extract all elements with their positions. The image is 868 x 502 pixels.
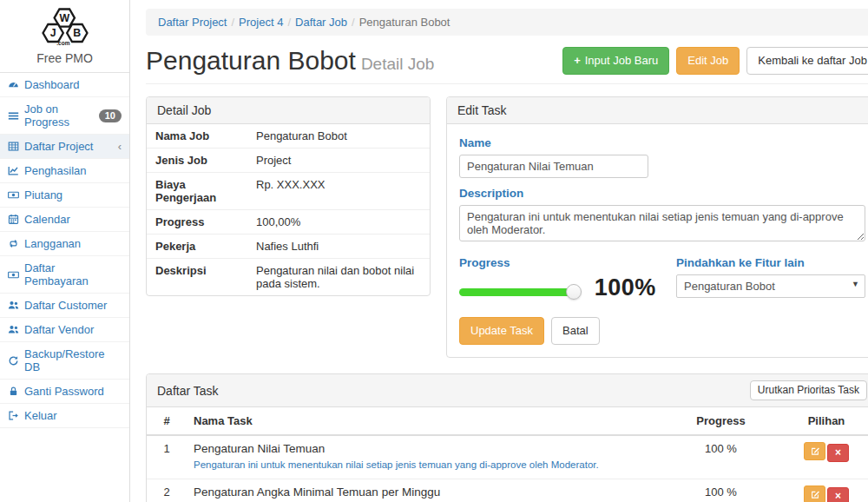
- page-title-text: Pengaturan Bobot: [146, 46, 356, 75]
- plus-icon: +: [574, 53, 581, 69]
- header-buttons: +Input Job Baru Edit Job Kembali ke daft…: [562, 47, 868, 75]
- sidebar-item-penghasilan[interactable]: Penghasilan: [0, 159, 129, 183]
- sidebar-item-job-on-progress[interactable]: Job on Progress 10: [0, 97, 129, 135]
- detail-row: Progress100,00%: [147, 210, 430, 234]
- sidebar-item-label: Daftar Customer: [24, 299, 107, 312]
- delete-task-row-button[interactable]: ×: [827, 487, 849, 502]
- content-row: Detail Job Nama JobPengaturan Bobot Jeni…: [146, 96, 868, 358]
- input-job-baru-button[interactable]: +Input Job Baru: [562, 47, 669, 75]
- pencil-square-icon: [810, 446, 820, 456]
- description-label: Description: [459, 187, 865, 200]
- users-icon: [8, 300, 19, 311]
- detail-job-panel-heading: Detail Job: [147, 97, 430, 124]
- sidebar-item-label: Dashboard: [24, 78, 80, 91]
- description-group: Description Pengaturan ini untuk menentu…: [459, 187, 865, 244]
- kembali-ke-daftar-job-button[interactable]: Kembali ke daftar Job: [746, 47, 868, 75]
- task-progress: 100 %: [667, 435, 775, 479]
- breadcrumb: Daftar Project/Project 4/Daftar Job/Peng…: [146, 9, 868, 36]
- users-icon: [8, 324, 19, 335]
- breadcrumb-current: Pengaturan Bobot: [359, 16, 450, 29]
- table-row: 2 Pengaturan Angka Minimal Temuan per Mi…: [147, 479, 868, 502]
- money-icon: [8, 189, 19, 201]
- urutkan-prioritas-task-button-top[interactable]: Urutkan Prioritas Task: [750, 380, 867, 400]
- sidebar-item-ganti-password[interactable]: Ganti Password: [0, 380, 129, 404]
- svg-text:J: J: [49, 27, 56, 39]
- name-label: Name: [459, 136, 865, 149]
- batal-button[interactable]: Batal: [551, 317, 600, 345]
- task-table: # Nama Task Progress Pilihan 1 Pengatura…: [147, 407, 868, 502]
- progress-slider-handle[interactable]: [566, 284, 582, 300]
- dashboard-icon: [8, 79, 19, 90]
- column-header-num: #: [147, 407, 187, 435]
- sidebar-item-daftar-vendor[interactable]: Daftar Vendor: [0, 318, 129, 342]
- sidebar-item-label: Penghasilan: [24, 164, 87, 177]
- edit-task-row-button[interactable]: [804, 442, 825, 460]
- sign-out-icon: [8, 410, 19, 421]
- detail-job-title: Detail Job: [157, 103, 211, 117]
- table-row: 1 Pengaturan Nilai Temuan Pengaturan ini…: [147, 435, 868, 479]
- detail-row: PekerjaNafies Luthfi: [147, 234, 430, 259]
- pindahkan-label: Pindahkan ke Fitur lain: [676, 256, 865, 269]
- breadcrumb-project-4[interactable]: Project 4: [239, 16, 283, 29]
- daftar-task-panel-heading: Daftar Task Urutkan Prioritas Task: [147, 374, 868, 407]
- task-name-cell: Pengaturan Angka Minimal Temuan per Ming…: [187, 479, 667, 502]
- app-root: W J B .com Free PMO Dashboard Job on Pro…: [0, 0, 868, 502]
- detail-label: Progress: [147, 210, 249, 234]
- sidebar-item-label: Daftar Vendor: [24, 323, 94, 336]
- detail-label: Jenis Job: [147, 149, 249, 172]
- delete-x-icon: ×: [835, 490, 841, 502]
- detail-job-table: Nama JobPengaturan Bobot Jenis JobProjec…: [147, 124, 430, 295]
- sidebar-item-keluar[interactable]: Keluar: [0, 404, 129, 428]
- breadcrumb-daftar-project[interactable]: Daftar Project: [158, 16, 227, 29]
- sidebar-item-piutang[interactable]: Piutang: [0, 183, 129, 208]
- detail-value: Project: [249, 149, 430, 172]
- sidebar-item-label: Langganan: [24, 237, 81, 250]
- breadcrumb-separator: /: [227, 16, 239, 29]
- calendar-icon: [8, 214, 19, 225]
- progress-slider[interactable]: [459, 288, 574, 296]
- sidebar: W J B .com Free PMO Dashboard Job on Pro…: [0, 0, 130, 502]
- line-chart-icon: [8, 165, 19, 176]
- sidebar-item-label: Daftar Pembayaran: [24, 261, 122, 287]
- sidebar-item-daftar-project[interactable]: Daftar Project ‹: [0, 135, 129, 159]
- page-header: Pengaturan BobotDetail Job +Input Job Ba…: [146, 46, 868, 84]
- progress-row: Progress 100% Pindahkan ke Fitur lain: [459, 254, 865, 301]
- brand-name: Free PMO: [0, 51, 129, 65]
- lock-icon: [8, 386, 19, 397]
- page-title: Pengaturan BobotDetail Job: [146, 46, 434, 76]
- sidebar-item-daftar-pembayaran[interactable]: Daftar Pembayaran: [0, 256, 129, 294]
- sidebar-item-dashboard[interactable]: Dashboard: [0, 73, 129, 97]
- move-feature-select[interactable]: Pengaturan Bobot: [676, 274, 865, 298]
- sidebar-item-backup-restore-db[interactable]: Backup/Restore DB: [0, 342, 129, 380]
- svg-text:.com: .com: [56, 40, 69, 46]
- task-name-input[interactable]: [459, 155, 648, 178]
- sidebar-item-label: Daftar Project: [24, 140, 93, 153]
- detail-row: Biaya PengerjaanRp. XXX.XXX: [147, 173, 430, 210]
- task-description: Pengaturan ini untuk menentukan nilai se…: [194, 458, 660, 472]
- task-name-cell: Pengaturan Nilai Temuan Pengaturan ini u…: [187, 435, 667, 479]
- breadcrumb-separator: /: [347, 16, 359, 29]
- task-number: 1: [147, 435, 187, 479]
- svg-text:W: W: [59, 12, 69, 24]
- sidebar-item-label: Keluar: [24, 409, 57, 422]
- repeat-icon: [8, 238, 19, 249]
- sidebar-item-label: Piutang: [24, 188, 62, 201]
- detail-job-panel: Detail Job Nama JobPengaturan Bobot Jeni…: [146, 96, 431, 296]
- delete-task-row-button[interactable]: ×: [827, 444, 849, 462]
- progress-col: Progress 100%: [459, 254, 676, 301]
- sidebar-item-daftar-customer[interactable]: Daftar Customer: [0, 294, 129, 318]
- detail-value: 100,00%: [249, 210, 430, 234]
- edit-task-row-button[interactable]: [804, 485, 825, 502]
- sidebar-item-langganan[interactable]: Langganan: [0, 232, 129, 256]
- edit-job-button[interactable]: Edit Job: [676, 47, 740, 75]
- detail-label: Biaya Pengerjaan: [147, 173, 249, 209]
- table-icon: [8, 141, 19, 152]
- edit-task-title: Edit Task: [457, 103, 507, 117]
- task-description-textarea[interactable]: Pengaturan ini untuk menentukan nilai se…: [459, 205, 865, 241]
- sidebar-item-label: Calendar: [24, 213, 70, 226]
- sidebar-item-calendar[interactable]: Calendar: [0, 208, 129, 232]
- breadcrumb-daftar-job[interactable]: Daftar Job: [295, 16, 347, 29]
- task-name: Pengaturan Nilai Temuan: [194, 442, 660, 455]
- pencil-square-icon: [810, 489, 820, 499]
- update-task-button[interactable]: Update Task: [459, 317, 544, 345]
